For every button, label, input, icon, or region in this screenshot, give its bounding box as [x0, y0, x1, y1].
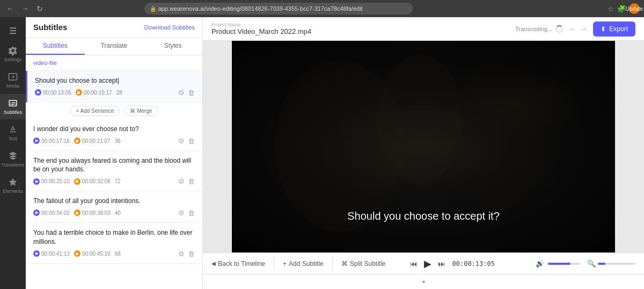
text-label: Text — [9, 136, 18, 141]
profile-btn[interactable]: Update — [629, 3, 640, 14]
add-merge-row: + Add Sentence ⌘ Merge — [26, 103, 202, 119]
browser-actions: ☆ 🧩 Update — [608, 3, 640, 14]
export-label: Export — [609, 25, 628, 33]
time-end-1: ⏹ 00:00:15:17 — [76, 89, 112, 96]
app-container: ☰ Settings Media Subtitles Text Transiti… — [0, 17, 644, 289]
url-text: app.wearenova.ai/video-editing/08014826-… — [158, 5, 363, 12]
media-icon — [8, 72, 18, 82]
delete-btn-1[interactable]: 🗑 — [188, 89, 195, 97]
play-btn[interactable]: ▶ — [424, 258, 431, 270]
start-icon-4: ▶ — [33, 209, 40, 216]
subtitle-text-5: You had a terrible choice to make in Ber… — [33, 228, 195, 247]
delete-btn-2[interactable]: 🗑 — [188, 137, 195, 145]
bookmark-btn[interactable]: ☆ — [608, 3, 614, 14]
sidebar-item-elements[interactable]: Elements — [0, 173, 26, 198]
export-button[interactable]: ⬆ Export — [593, 21, 635, 37]
time-start-5: ▶ 00:00:41:13 — [33, 250, 70, 257]
tab-translate[interactable]: Translate — [85, 38, 144, 55]
delete-btn-5[interactable]: 🗑 — [188, 250, 195, 258]
divider-2 — [332, 257, 333, 270]
time-start-4: ▶ 00:00:34:02 — [33, 209, 70, 216]
browser-refresh-btn[interactable]: ↻ — [34, 3, 45, 14]
video-subtitle-display: Should you choose to accept it? — [232, 210, 615, 222]
rewind-btn[interactable]: ⏮ — [410, 259, 418, 268]
sidebar-item-transitions[interactable]: Transitions — [0, 147, 26, 172]
nav-back-btn[interactable]: ← — [568, 24, 577, 34]
merge-btn[interactable]: ⌘ Merge — [124, 106, 158, 116]
subtitle-item-4[interactable]: The fallout of all your good intentions.… — [26, 191, 202, 223]
project-info: Project Name Product Video_March 2022.mp… — [211, 23, 311, 35]
start-icon-5: ▶ — [33, 250, 40, 257]
panel-title: Subtitles — [33, 23, 67, 32]
char-count-4: 40 — [115, 210, 121, 216]
panel-tabs: Subtitles Translate Styles — [26, 38, 202, 55]
add-subtitle-btn[interactable]: + Add Subtitle — [283, 260, 324, 268]
timeline-toggle-btn[interactable]: ▾ — [422, 279, 425, 285]
transcoding-badge: Transcoding... — [515, 25, 563, 33]
export-icon: ⬆ — [601, 25, 606, 33]
tab-subtitles[interactable]: Subtitles — [26, 38, 85, 55]
top-bar: Project Name Product Video_March 2022.mp… — [203, 17, 644, 41]
start-icon-1: ▶ — [35, 89, 41, 96]
nav-forward-btn[interactable]: → — [579, 24, 588, 34]
project-label: Project Name — [211, 23, 311, 27]
delete-btn-4[interactable]: 🗑 — [188, 209, 195, 217]
volume-slider[interactable] — [548, 263, 580, 265]
url-bar[interactable]: 🔒 app.wearenova.ai/video-editing/0801482… — [144, 3, 413, 15]
subtitle-text-4: The fallout of all your good intentions. — [33, 197, 195, 206]
video-file-label[interactable]: video-file — [26, 55, 202, 71]
browser-forward-btn[interactable]: → — [19, 3, 31, 14]
sidebar-item-text[interactable]: Text — [0, 120, 26, 146]
subtitle-meta-5: ▶ 00:00:41:13 ⏹ 00:00:45:10 68 ⚙ 🗑 — [33, 250, 195, 258]
start-icon-3: ▶ — [33, 178, 40, 185]
subtitle-item-1[interactable]: Should you choose to accept| ▶ 00:00:13:… — [26, 71, 202, 103]
volume-controls: 🔊 🔍 — [536, 259, 635, 268]
split-subtitle-btn[interactable]: ⌘ Split Subtitle — [341, 260, 386, 268]
time-end-3: ⏹ 00:00:32:08 — [74, 178, 111, 185]
lock-icon: 🔒 — [150, 6, 156, 12]
settings-btn-2[interactable]: ⚙ — [178, 137, 185, 145]
subtitles-list: Should you choose to accept| ▶ 00:00:13:… — [26, 71, 202, 289]
settings-btn-3[interactable]: ⚙ — [178, 177, 185, 185]
end-icon-3: ⏹ — [74, 178, 80, 185]
subtitle-item-3[interactable]: The end you always feared is coming and … — [26, 151, 202, 192]
loading-spinner — [555, 25, 563, 33]
char-count-1: 28 — [116, 90, 122, 96]
zoom-slider[interactable] — [598, 263, 635, 265]
settings-btn-4[interactable]: ⚙ — [178, 209, 185, 217]
end-icon-4: ⏹ — [74, 209, 80, 216]
project-name: Product Video_March 2022.mp4 — [211, 27, 311, 35]
delete-btn-3[interactable]: 🗑 — [188, 177, 195, 185]
back-to-timeline-btn[interactable]: ◀ Back to Timeline — [211, 260, 265, 268]
hamburger-menu[interactable]: ☰ — [0, 21, 26, 40]
text-icon — [8, 125, 18, 134]
bottom-controls: ◀ Back to Timeline + Add Subtitle ⌘ Spli… — [203, 252, 644, 274]
subtitle-item-5[interactable]: You had a terrible choice to make in Ber… — [26, 223, 202, 264]
subtitle-meta-4: ▶ 00:00:34:02 ⏹ 00:00:38:03 40 ⚙ 🗑 — [33, 209, 195, 217]
add-subtitle-label: Add Subtitle — [289, 260, 324, 268]
video-player[interactable]: Should you choose to accept it? — [232, 41, 615, 252]
hamburger-icon: ☰ — [9, 26, 17, 36]
icon-sidebar: ☰ Settings Media Subtitles Text Transiti… — [0, 17, 26, 289]
sidebar-item-media[interactable]: Media — [0, 68, 26, 93]
sidebar-item-subtitles[interactable]: Subtitles — [0, 94, 26, 119]
tab-styles[interactable]: Styles — [143, 38, 202, 55]
volume-btn[interactable]: 🔊 — [536, 259, 545, 268]
fast-forward-btn[interactable]: ⏭ — [438, 259, 445, 268]
char-count-2: 36 — [115, 138, 121, 144]
settings-btn-5[interactable]: ⚙ — [178, 250, 185, 258]
download-subtitles-link[interactable]: Download Subtitles — [144, 24, 195, 31]
zoom-icon: 🔍 — [587, 259, 596, 268]
sidebar-item-settings[interactable]: Settings — [0, 41, 26, 67]
settings-btn-1[interactable]: ⚙ — [178, 89, 185, 97]
subtitle-actions-3: ⚙ 🗑 — [178, 177, 195, 185]
time-start-2: ▶ 00:00:17:16 — [33, 138, 70, 144]
svg-point-2 — [377, 55, 463, 184]
subtitle-item-2[interactable]: I wonder did you ever choose not to? ▶ 0… — [26, 119, 202, 151]
transitions-icon — [8, 151, 18, 161]
zoom-fill — [598, 263, 605, 265]
add-sentence-btn[interactable]: + Add Sentence — [70, 106, 120, 116]
extensions-btn[interactable]: 🧩 — [617, 3, 626, 14]
timeline-strip: ▾ — [203, 274, 644, 289]
browser-back-btn[interactable]: ← — [4, 3, 16, 14]
